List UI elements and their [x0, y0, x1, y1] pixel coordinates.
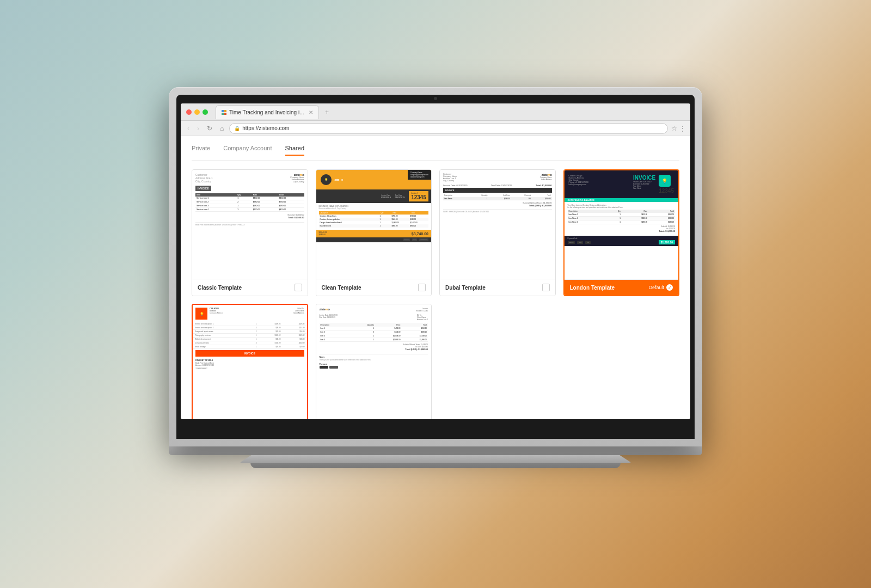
tab-private[interactable]: Private	[192, 145, 210, 156]
home-button[interactable]: ⌂	[218, 124, 226, 133]
template-card-london[interactable]: Creative DesignBusiness AddressCity, Cou…	[563, 169, 680, 296]
navigation-bar: ‹ › ↻ ⌂ 🔒 https://zistemo.com ☆ ⋮	[181, 121, 690, 136]
clean-logo: 💡	[321, 174, 332, 185]
active-tab[interactable]: Time Tracking and Invoicing i... ✕	[216, 105, 319, 119]
camera	[434, 97, 437, 100]
reload-button[interactable]: ↻	[205, 124, 214, 133]
menu-button[interactable]: ⋮	[679, 125, 686, 132]
laptop-chin	[169, 446, 702, 455]
classic-template-name: Classic Template	[198, 285, 242, 291]
tab-shared[interactable]: Shared	[285, 145, 304, 156]
bookmark-button[interactable]: ☆	[671, 125, 677, 132]
chrome-tab-bar: Time Tracking and Invoicing i... ✕ +	[181, 103, 690, 121]
forward-button[interactable]: ›	[195, 124, 201, 133]
template-card-creative[interactable]: 💡 CREATIVE DESIGN Company Address	[192, 304, 308, 419]
simple-template-preview: zistemo Invoice Invoice #: 12345	[316, 304, 432, 419]
browser-screen: Time Tracking and Invoicing i... ✕ + ‹ ›…	[181, 103, 690, 419]
close-button[interactable]	[186, 109, 192, 115]
clean-template-footer: Clean Template	[316, 279, 432, 296]
tab-bar: Time Tracking and Invoicing i... ✕ +	[216, 105, 685, 119]
page-content: Private Company Account Shared	[181, 136, 690, 419]
clean-template-preview: 👁 ⎘ 💡 zistemo	[316, 170, 432, 279]
tab-title: Time Tracking and Invoicing i...	[229, 109, 304, 115]
dubai-template-footer: Dubai Template	[440, 279, 555, 296]
ssl-lock-icon: 🔒	[234, 126, 240, 131]
maximize-button[interactable]	[203, 109, 208, 115]
laptop-body: Time Tracking and Invoicing i... ✕ + ‹ ›…	[169, 87, 702, 446]
template-card-simple[interactable]: zistemo Invoice Invoice #: 12345	[316, 304, 432, 419]
new-tab-button[interactable]: +	[320, 106, 333, 119]
dubai-template-name: Dubai Template	[445, 285, 486, 291]
default-badge: Default ✓	[648, 284, 673, 291]
template-card-clean[interactable]: 👁 ⎘ 💡 zistemo	[316, 169, 432, 296]
dubai-select-checkbox[interactable]	[542, 284, 550, 291]
laptop-foot-area	[169, 463, 702, 468]
clean-template-name: Clean Template	[322, 285, 361, 291]
template-card-dubai[interactable]: CustomerCompany NameAddress Line 1City, …	[439, 169, 556, 296]
minimize-button[interactable]	[194, 109, 200, 115]
classic-select-checkbox[interactable]	[295, 284, 302, 291]
screen-bezel: Time Tracking and Invoicing i... ✕ + ‹ ›…	[176, 95, 695, 439]
london-template-footer: London Template Default ✓	[565, 279, 679, 295]
london-template-preview: Creative DesignBusiness AddressCity, Cou…	[565, 170, 679, 279]
creative-template-preview: 💡 CREATIVE DESIGN Company Address	[193, 305, 307, 419]
template-tabs: Private Company Account Shared	[192, 145, 679, 161]
laptop-frame: Time Tracking and Invoicing i... ✕ + ‹ ›…	[169, 87, 702, 501]
template-card-classic[interactable]: CustomerAddress line 1City, Country zist…	[192, 169, 308, 296]
back-button[interactable]: ‹	[185, 124, 192, 133]
templates-grid: CustomerAddress line 1City, Country zist…	[192, 169, 679, 419]
laptop-base	[240, 455, 631, 463]
favicon	[222, 110, 226, 115]
default-checkmark-icon: ✓	[666, 284, 673, 291]
dubai-template-preview: CustomerCompany NameAddress Line 1City, …	[440, 170, 555, 279]
laptop-base-area	[169, 455, 702, 463]
traffic-lights	[186, 109, 208, 115]
london-template-name: London Template	[570, 285, 615, 291]
tab-close-button[interactable]: ✕	[309, 109, 313, 115]
nav-actions: ☆ ⋮	[671, 125, 686, 132]
tab-company-account[interactable]: Company Account	[223, 145, 272, 156]
classic-template-footer: Classic Template	[192, 279, 308, 296]
url-text: https://zistemo.com	[242, 125, 289, 131]
url-bar[interactable]: 🔒 https://zistemo.com	[229, 123, 668, 134]
classic-template-preview: CustomerAddress line 1City, Country zist…	[192, 170, 308, 279]
laptop-foot	[250, 463, 621, 468]
clean-select-checkbox[interactable]	[418, 284, 426, 291]
